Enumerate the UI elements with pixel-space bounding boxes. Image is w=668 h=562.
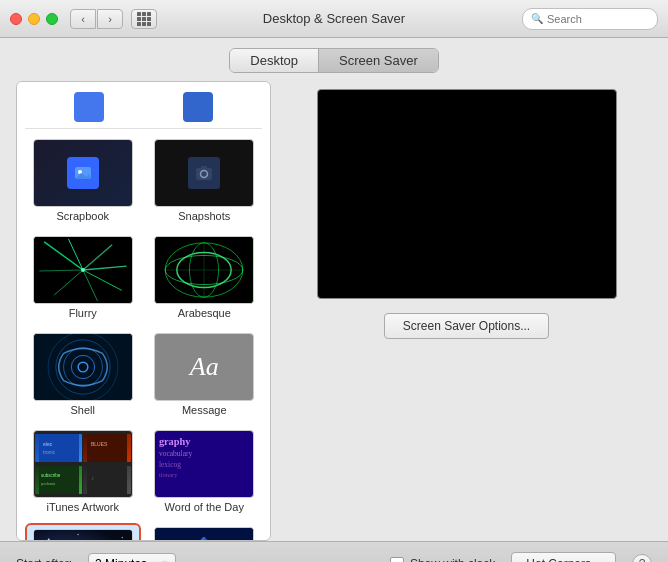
thumb-itunes: elec tronic BLUES subscribe — [33, 430, 133, 498]
screensaver-label: Word of the Day — [165, 501, 244, 513]
show-clock-checkbox[interactable] — [390, 557, 404, 563]
nav-buttons: ‹ › — [70, 9, 123, 29]
minimize-button[interactable] — [28, 13, 40, 25]
flurry-visual — [34, 237, 132, 303]
svg-point-47 — [106, 540, 108, 541]
list-item[interactable]: Scrapbook — [25, 135, 141, 226]
segment-control: Desktop Screen Saver — [229, 48, 438, 73]
preview-panel: Screen Saver Options... — [281, 81, 652, 541]
window-title: Desktop & Screen Saver — [263, 11, 405, 26]
svg-text:graphy: graphy — [159, 436, 191, 447]
maximize-button[interactable] — [46, 13, 58, 25]
svg-text:BLUES: BLUES — [91, 441, 108, 447]
svg-rect-23 — [34, 334, 131, 400]
grid-view-button[interactable] — [131, 9, 157, 29]
thumb-snapshots — [154, 139, 254, 207]
window-controls — [10, 13, 58, 25]
screensaver-label: Flurry — [69, 307, 97, 319]
svg-text:tronic: tronic — [43, 449, 56, 455]
screensaver-label: Shell — [71, 404, 95, 416]
arabesque-visual — [155, 237, 253, 303]
list-item[interactable]: Flurry — [25, 232, 141, 323]
shell-visual — [34, 334, 132, 400]
list-item[interactable]: StarMessage — [25, 523, 141, 541]
svg-rect-29 — [39, 434, 79, 462]
thumb-flurry — [33, 236, 133, 304]
grid-icon — [137, 12, 151, 26]
bottom-bar: Start after: 2 Minutes ▲▼ Show with cloc… — [0, 541, 668, 562]
list-item[interactable]: graphy vocabulary lexicog tionary Word o… — [147, 426, 263, 517]
tab-screensaver[interactable]: Screen Saver — [319, 49, 438, 72]
svg-rect-34 — [39, 466, 79, 494]
wordofday-visual: graphy vocabulary lexicog tionary — [157, 430, 251, 498]
list-item[interactable]: Aa Message — [147, 329, 263, 420]
show-clock-area: Show with clock — [390, 557, 495, 563]
svg-text:elec: elec — [43, 441, 53, 447]
scrapbook-icon — [67, 157, 99, 189]
screensaver-label: Message — [182, 404, 227, 416]
svg-text:podcast: podcast — [41, 481, 56, 486]
search-box[interactable]: 🔍 — [522, 8, 658, 30]
list-item[interactable]: Arabesque — [147, 232, 263, 323]
svg-point-48 — [121, 537, 122, 538]
itunes-art-1: elec tronic — [39, 434, 79, 462]
thumb-message: Aa — [154, 333, 254, 401]
screensaver-label: Snapshots — [178, 210, 230, 222]
top-icons-row — [25, 90, 262, 129]
start-after-select[interactable]: 2 Minutes ▲▼ — [88, 553, 176, 563]
thumb-wordofday: graphy vocabulary lexicog tionary — [154, 430, 254, 498]
itunes-art-4: ♪ — [87, 466, 127, 494]
snapshots-icon — [188, 157, 220, 189]
list-item[interactable]: Snapshots — [147, 135, 263, 226]
svg-text:tionary: tionary — [159, 471, 178, 478]
svg-text:lexicog: lexicog — [159, 460, 181, 469]
start-after-label: Start after: — [16, 557, 72, 563]
thumb-random — [154, 527, 254, 541]
itunes-cell-1: elec tronic — [35, 434, 83, 462]
random-visual — [155, 527, 253, 541]
start-after-value: 2 Minutes — [95, 557, 147, 563]
svg-point-15 — [81, 268, 85, 272]
svg-rect-32 — [87, 434, 127, 462]
photo-icon — [73, 163, 93, 183]
itunes-cell-3: subscribe podcast — [35, 466, 83, 494]
svg-point-45 — [47, 539, 49, 541]
preview-area — [317, 89, 617, 299]
thumb-arabesque — [154, 236, 254, 304]
tab-bar: Desktop Screen Saver — [0, 38, 668, 81]
itunes-art-3: subscribe podcast — [39, 466, 79, 494]
list-item[interactable]: Shell — [25, 329, 141, 420]
thumb-starmessage — [33, 529, 133, 541]
itunes-cell-2: BLUES — [83, 434, 131, 462]
top-icon-2[interactable] — [183, 92, 213, 122]
svg-text:vocabulary: vocabulary — [159, 449, 193, 458]
screensaver-label: Scrapbook — [56, 210, 109, 222]
select-arrow-icon: ▲▼ — [151, 559, 169, 563]
top-icon-1[interactable] — [74, 92, 104, 122]
svg-text:♪: ♪ — [91, 474, 95, 481]
screensaver-list: Scrapbook Snapshots — [16, 81, 271, 541]
message-text: Aa — [190, 352, 219, 382]
itunes-cell-4: ♪ — [83, 466, 131, 494]
tab-desktop[interactable]: Desktop — [230, 49, 319, 72]
close-button[interactable] — [10, 13, 22, 25]
screensaver-label: Arabesque — [178, 307, 231, 319]
screen-saver-options-button[interactable]: Screen Saver Options... — [384, 313, 549, 339]
thumb-shell — [33, 333, 133, 401]
starmessage-visual — [34, 529, 132, 541]
hot-corners-button[interactable]: Hot Corners... — [511, 552, 616, 563]
list-item[interactable]: elec tronic BLUES subscribe — [25, 426, 141, 517]
itunes-art-2: BLUES — [87, 434, 127, 462]
help-button[interactable]: ? — [632, 554, 652, 563]
show-clock-label: Show with clock — [410, 557, 495, 563]
search-icon: 🔍 — [531, 13, 543, 24]
svg-rect-5 — [201, 166, 207, 169]
svg-point-46 — [77, 534, 79, 536]
search-input[interactable] — [547, 13, 649, 25]
list-item[interactable]: Random — [147, 523, 263, 541]
back-button[interactable]: ‹ — [70, 9, 96, 29]
thumb-scrapbook — [33, 139, 133, 207]
screensaver-label: iTunes Artwork — [47, 501, 119, 513]
forward-button[interactable]: › — [97, 9, 123, 29]
main-content: Scrapbook Snapshots — [0, 81, 668, 541]
